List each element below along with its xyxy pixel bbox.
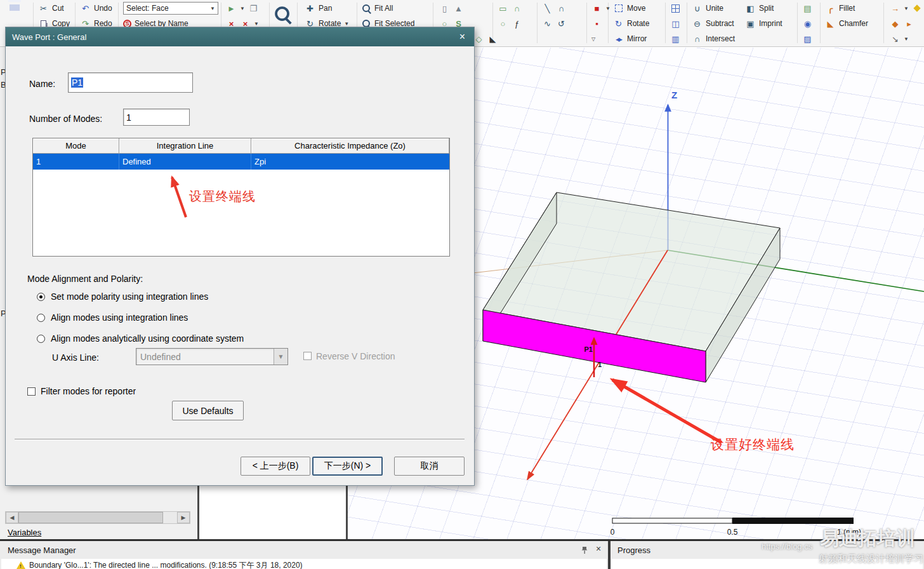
pan-button[interactable]: ✚ Pan [303, 1, 350, 16]
chevron-down-icon[interactable]: ▽ [591, 36, 595, 42]
filter-modes-label[interactable]: Filter modes for reporter [41, 386, 136, 396]
radio-set-mode-polarity[interactable] [37, 293, 45, 301]
reverse-v-label: Reverse V Direction [316, 351, 395, 361]
pick-face-icon[interactable]: ◣ [487, 34, 498, 44]
select-layers-icon[interactable]: ❐ [248, 3, 259, 13]
cell-mode[interactable]: 1 [33, 154, 119, 170]
modes-input[interactable]: 1 [123, 109, 190, 126]
chevron-down-icon[interactable]: ▼ [254, 21, 259, 27]
radio-set-mode-polarity-label[interactable]: Set mode polarity using integration line… [51, 291, 208, 302]
variables-link[interactable]: Variables [8, 528, 41, 537]
radio-align-integration-lines-label[interactable]: Align modes using integration lines [51, 312, 188, 323]
select-mode-combobox[interactable]: Select: Face ▼ [123, 2, 218, 15]
mirror-label: Mirror [627, 34, 647, 43]
measure-icon[interactable]: ◆ [890, 18, 901, 29]
draw-rectangle-icon[interactable]: ▭ [498, 3, 508, 13]
panel-fragment: P [1, 67, 5, 77]
progress-panel: Progress [610, 541, 924, 569]
undo-button[interactable]: ↶ Undo [79, 1, 114, 16]
cut-button[interactable]: ✂ Cut [37, 1, 71, 16]
select-mode-value: Select: Face [126, 4, 169, 13]
chevron-down-icon[interactable]: ▼ [904, 6, 909, 11]
draw-box-icon[interactable]: ■ [591, 3, 602, 13]
table-row[interactable]: 1 Defined Zpi [33, 154, 449, 170]
close-panel-icon[interactable]: × [596, 544, 601, 554]
draw-ellipse-icon[interactable]: ○ [498, 18, 508, 29]
select-previous-icon[interactable]: ► [226, 3, 237, 13]
subtract-button[interactable]: ⊖ Subtract [690, 16, 736, 31]
col-header-mode[interactable]: Mode [33, 138, 119, 154]
move-button[interactable]: Move [612, 1, 650, 16]
fillet-button[interactable]: ╭ Fillet [824, 1, 869, 16]
unite-button[interactable]: ∪ Unite [690, 1, 736, 16]
duplicate-around-axis-icon[interactable]: ◫ [670, 18, 681, 29]
unite-icon: ∪ [692, 3, 703, 13]
draw-polyhedron-icon[interactable]: ◇ [473, 34, 484, 44]
radio-align-integration-lines[interactable] [37, 314, 45, 322]
draw-3pt-arc-icon[interactable]: ∩ [556, 3, 567, 13]
back-button[interactable]: < 上一步(B) [241, 457, 310, 476]
filter-modes-checkbox[interactable] [27, 387, 36, 396]
col-header-integration-line[interactable]: Integration Line [119, 138, 251, 154]
split-button[interactable]: ◧ Split [744, 1, 784, 16]
use-defaults-button[interactable]: Use Defaults [172, 401, 244, 420]
sweep-icon[interactable]: ◉ [802, 18, 813, 29]
panel-splitter[interactable] [346, 486, 348, 539]
draw-spline-icon[interactable]: ∿ [542, 18, 553, 29]
next-button[interactable]: 下一步(N) > [312, 457, 383, 476]
draw-point-icon[interactable]: ▪ [591, 18, 602, 29]
scroll-right-button[interactable]: ▶ [177, 512, 190, 523]
draw-equation-curve-icon[interactable]: ƒ [512, 18, 522, 29]
col-header-impedance[interactable]: Characteristic Impedance (Zo) [251, 138, 449, 154]
draw-arc-icon[interactable]: ∩ [512, 3, 522, 13]
highlight-icon[interactable] [912, 3, 923, 13]
horizontal-scrollbar[interactable]: ◀ ▶ [5, 511, 190, 524]
arrow-right-icon[interactable]: ▸ [904, 18, 914, 29]
duplicate-mirror-icon[interactable]: ▥ [670, 34, 681, 44]
cancel-button[interactable]: 取消 [394, 457, 465, 476]
cell-impedance[interactable]: Zpi [251, 154, 449, 170]
chevron-down-icon[interactable]: ▼ [240, 6, 245, 11]
radio-align-coordinate-system-label[interactable]: Align modes analytically using coordinat… [51, 333, 244, 344]
clipped-side-panel: P B P [0, 27, 5, 486]
connect-icon[interactable]: ▨ [802, 34, 813, 44]
dialog-title-bar[interactable]: Wave Port : General × [6, 27, 474, 46]
pin-icon[interactable] [581, 546, 588, 557]
intersect-button[interactable]: ∩ Intersect [690, 31, 736, 46]
name-input[interactable]: P1 [68, 72, 193, 93]
viewport-annotation-text: 设置好终端线 [711, 436, 795, 453]
draw-line-icon[interactable]: ╲ [542, 3, 553, 13]
radio-align-coordinate-system[interactable] [37, 335, 45, 343]
message-list[interactable]: Boundary 'Glo...1': The directed line ..… [1, 559, 607, 569]
scale-label-mid: 0.5 [727, 528, 738, 537]
wave-port-dialog: Wave Port : General × Name: P1 Number of… [5, 27, 475, 486]
dialog-title: Wave Port : General [12, 32, 86, 42]
section-icon[interactable]: ▤ [802, 3, 813, 13]
mirror-button[interactable]: ◂▸ Mirror [612, 31, 650, 46]
rotate-button[interactable]: ↻ Rotate [612, 16, 650, 31]
move-label: Move [627, 4, 645, 13]
cut-label: Cut [52, 4, 64, 13]
progress-title: Progress [617, 546, 650, 555]
imprint-button[interactable]: ▣ Imprint [744, 16, 784, 31]
arrow-down-right-icon[interactable]: ↘ [890, 34, 901, 44]
close-icon[interactable]: × [457, 32, 468, 42]
progress-body [612, 559, 923, 569]
draw-cone-icon[interactable]: ▲ [453, 3, 464, 13]
draw-center-arc-icon[interactable]: ↺ [556, 18, 567, 29]
duplicate-along-line-icon[interactable] [670, 3, 681, 13]
chamfer-button[interactable]: ◣ Chamfer [824, 16, 869, 31]
zoom-tool-button[interactable] [273, 4, 293, 27]
draw-cylinder-icon[interactable]: ▯ [439, 3, 450, 13]
scroll-left-button[interactable]: ◀ [6, 512, 18, 523]
scale-label-end: 1 (mm) [837, 528, 861, 537]
separator [15, 439, 465, 440]
scrollbar-thumb[interactable] [18, 512, 163, 523]
chevron-down-icon[interactable]: ▼ [904, 36, 909, 42]
expand-tools-icon[interactable]: → [890, 3, 901, 13]
chevron-down-icon[interactable]: ▼ [605, 6, 610, 11]
fit-all-button[interactable]: Fit All [360, 1, 416, 16]
fit-all-icon [362, 4, 371, 13]
cell-integration-line[interactable]: Defined [119, 154, 251, 170]
panel-splitter[interactable] [608, 541, 610, 569]
